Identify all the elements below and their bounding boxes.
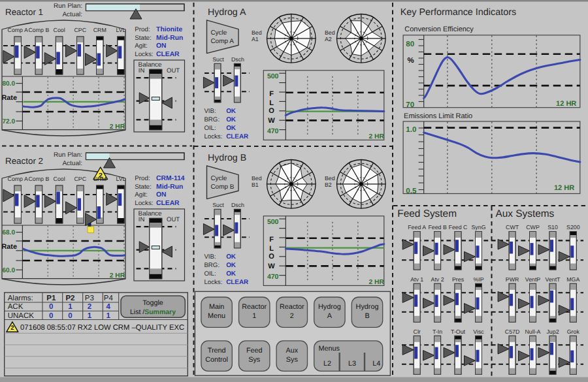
svg-text:A1: A1 [252,36,259,42]
svg-text:%IP: %IP [473,276,483,283]
svg-text:Bed: Bed [325,29,335,36]
svg-text:2 HR: 2 HR [369,133,385,140]
svg-text:S10: S10 [547,224,558,231]
svg-text:OUT: OUT [167,216,180,223]
svg-text:OK: OK [226,262,237,269]
svg-text:CLEAR: CLEAR [156,51,180,58]
svg-text:Control: Control [205,356,228,364]
svg-text:OUT: OUT [167,67,180,74]
svg-text:Sys: Sys [248,356,261,364]
svg-text:2 HR: 2 HR [369,279,385,286]
svg-text:IN: IN [139,67,145,74]
svg-text:Menu: Menu [208,312,225,320]
svg-text:Bed: Bed [325,175,335,182]
svg-text:B2: B2 [325,182,332,188]
svg-text:Bed: Bed [252,29,262,36]
svg-text:Agit:: Agit: [135,191,148,199]
svg-text:T-Out: T-Out [451,328,466,335]
svg-text:MGA: MGA [566,276,580,283]
svg-text:Hydrog B: Hydrog B [208,153,246,163]
svg-text:L: L [269,99,274,107]
svg-text:60.0: 60.0 [3,267,16,274]
svg-text:Toggle: Toggle [142,299,163,307]
svg-text:Grok: Grok [567,328,580,335]
svg-text:Mid-Run: Mid-Run [156,183,183,191]
svg-text:Agit:: Agit: [135,42,148,50]
svg-text:Actual:: Actual: [62,160,82,167]
svg-text:1: 1 [88,312,92,320]
svg-text:Atv 1: Atv 1 [410,276,423,283]
svg-text:L4: L4 [372,360,380,368]
svg-text:CRM: CRM [93,176,106,182]
svg-text:SynG: SynG [471,224,485,231]
svg-text:0: 0 [68,312,72,320]
svg-text:Feed B: Feed B [428,224,446,231]
svg-text:OIL:: OIL: [204,125,216,132]
svg-text:Locks:: Locks: [204,279,222,286]
svg-text:S200: S200 [566,224,580,231]
svg-text:CLEAR: CLEAR [226,279,248,286]
svg-text:Key Performance Indicators: Key Performance Indicators [400,7,517,18]
svg-text:P2: P2 [65,294,74,302]
svg-text:Trend: Trend [208,347,226,355]
svg-text:0: 0 [49,303,53,311]
svg-text:Cycle: Cycle [210,29,227,37]
svg-text:OK: OK [226,116,237,123]
svg-text:CRM: CRM [93,27,106,33]
svg-text:Hydrog: Hydrog [318,303,341,311]
svg-text:Bed: Bed [252,175,262,182]
svg-text:Emissions Limit Ratio: Emissions Limit Ratio [404,112,472,120]
svg-text:2 HR: 2 HR [110,123,125,131]
svg-text:BRG:: BRG: [204,262,220,269]
svg-text:VIB:: VIB: [204,108,216,115]
svg-text:Main: Main [209,303,224,311]
svg-text:2 HR: 2 HR [110,272,125,279]
svg-text:071608 08:55:07 RX2 LOW CRM –Q: 071608 08:55:07 RX2 LOW CRM –QUALITY EXC [20,324,184,332]
svg-text:470: 470 [267,273,279,281]
svg-text:OK: OK [226,253,237,261]
svg-text:12 HR: 12 HR [554,184,574,192]
svg-text:O: O [269,253,274,261]
svg-text:Pres: Pres [452,276,465,283]
svg-text:Hydrog A: Hydrog A [208,7,246,18]
svg-text:Cool: Cool [54,27,65,33]
svg-text:Rate: Rate [2,243,17,251]
svg-text:Suct: Suct [212,202,224,208]
svg-text:IN: IN [139,216,145,223]
svg-text:OIL:: OIL: [204,270,216,278]
svg-text:Actual:: Actual: [62,11,82,18]
svg-text:L: L [269,245,274,253]
svg-text:Run Plan:: Run Plan: [54,151,82,159]
svg-text:70: 70 [406,101,414,109]
svg-text:Locks:: Locks: [135,51,153,58]
svg-text:B: B [365,312,369,320]
svg-text:2: 2 [10,325,14,332]
svg-text:OK: OK [226,125,237,132]
svg-text:Hydrog: Hydrog [356,303,379,311]
svg-text:A: A [327,312,333,320]
svg-text:P3: P3 [85,294,94,302]
svg-text:0.5: 0.5 [406,187,417,195]
svg-text:Sys: Sys [286,356,299,364]
svg-text:Aux: Aux [286,347,298,355]
svg-text:Reactor: Reactor [242,303,267,311]
svg-text:LVL: LVL [116,27,126,33]
svg-text:0: 0 [49,312,53,320]
svg-text:2: 2 [88,303,91,311]
svg-text:1: 1 [68,303,73,311]
svg-text:Aux Systems: Aux Systems [496,208,555,219]
svg-text:W: W [268,263,275,270]
svg-text:Reactor: Reactor [280,303,304,311]
svg-text:L2: L2 [323,360,331,368]
svg-text:Reactor 1: Reactor 1 [5,7,43,17]
svg-text:500: 500 [267,72,279,80]
svg-text:Mid-Run: Mid-Run [156,35,183,42]
svg-text:Conversion Efficiency: Conversion Efficiency [404,25,474,33]
svg-text:OK: OK [226,108,237,115]
svg-text:72.0: 72.0 [3,118,16,125]
svg-text:W: W [268,117,275,125]
svg-text:BRG:: BRG: [204,116,220,123]
svg-text:ON: ON [156,42,166,50]
svg-text:Comp B: Comp B [29,176,50,182]
svg-text:P1: P1 [46,294,56,302]
